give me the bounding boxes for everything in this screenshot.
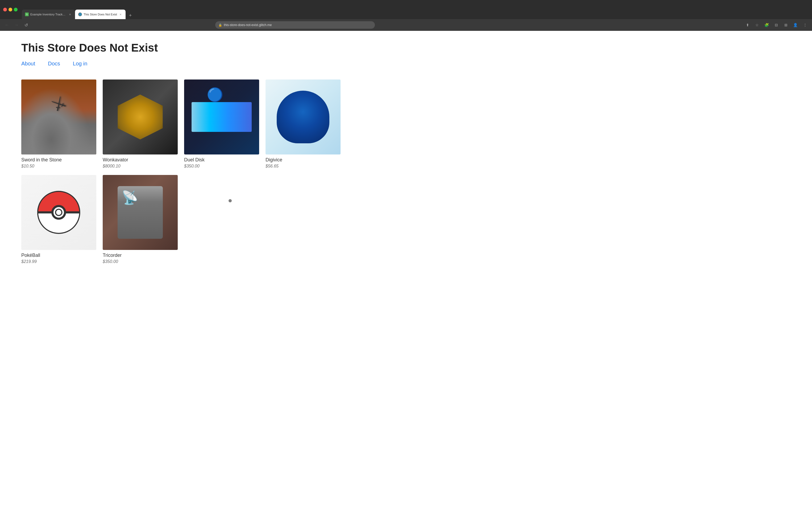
sidebar-button[interactable]: ⊟ (773, 21, 780, 29)
browser-actions: ⬆ ☆ 🧩 ⊟ ⊞ 👤 ⋮ (744, 21, 809, 29)
product-name-tricorder: Tricorder (103, 252, 178, 258)
minimize-button[interactable] (8, 8, 12, 11)
browser-chrome: G Example Inventory Tracker - G... ✕ 🌐 T… (0, 0, 812, 19)
product-card-pokeball[interactable]: PokéBall $219.99 (21, 175, 96, 264)
new-tab-button[interactable]: + (127, 12, 134, 19)
product-price-tricorder: $350.00 (103, 259, 178, 264)
split-view-button[interactable]: ⊞ (782, 21, 790, 29)
product-name-duel-disk: Duel Disk (184, 157, 259, 163)
tab-2-icon: 🌐 (78, 12, 82, 16)
product-card-digivice[interactable]: Digivice $56.65 (265, 80, 341, 169)
product-price-sword-in-the-stone: $10.50 (21, 164, 96, 169)
share-button[interactable]: ⬆ (744, 21, 751, 29)
page-title: This Store Does Not Exist (21, 41, 791, 54)
product-image-pokeball (21, 175, 96, 250)
svg-point-2 (56, 209, 62, 216)
tab-2[interactable]: 🌐 This Store Does Not Exist ✕ (75, 9, 125, 19)
back-button[interactable]: ← (3, 21, 11, 29)
nav-login[interactable]: Log in (73, 61, 88, 67)
product-image-sword-in-the-stone (21, 80, 96, 154)
url-text: this-store-does-not-exist.glitch.me (224, 23, 272, 27)
menu-button[interactable]: ⋮ (801, 21, 809, 29)
tab-1-icon: G (25, 12, 29, 16)
close-button[interactable] (3, 8, 7, 11)
tab-1[interactable]: G Example Inventory Tracker - G... ✕ (22, 9, 75, 19)
forward-button[interactable]: → (13, 21, 20, 29)
page-content: This Store Does Not Exist About Docs Log… (0, 31, 812, 519)
product-card-duel-disk[interactable]: Duel Disk $350.00 (184, 80, 259, 169)
product-name-wonkavator: Wonkavator (103, 157, 178, 163)
reload-button[interactable]: ↺ (22, 21, 30, 29)
pokeball-svg (32, 186, 85, 239)
nav-links: About Docs Log in (21, 61, 791, 67)
product-image-tricorder (103, 175, 178, 250)
profile-button[interactable]: 👤 (792, 21, 799, 29)
product-name-pokeball: PokéBall (21, 252, 96, 258)
tab-2-close[interactable]: ✕ (119, 12, 122, 16)
product-price-duel-disk: $350.00 (184, 164, 259, 169)
bookmark-button[interactable]: ☆ (753, 21, 761, 29)
product-name-digivice: Digivice (265, 157, 341, 163)
product-price-digivice: $56.65 (265, 164, 341, 169)
tab-1-title: Example Inventory Tracker - G... (30, 13, 66, 16)
product-card-wonkavator[interactable]: Wonkavator $8000.10 (103, 80, 178, 169)
url-bar[interactable]: 🔒 this-store-does-not-exist.glitch.me (215, 21, 375, 29)
tab-2-title: This Store Does Not Exist (84, 13, 117, 16)
product-image-digivice (265, 80, 341, 154)
maximize-button[interactable] (14, 8, 18, 11)
tab-1-close[interactable]: ✕ (68, 12, 72, 16)
product-image-wonkavator (103, 80, 178, 154)
product-card-tricorder[interactable]: Tricorder $350.00 (103, 175, 178, 264)
product-name-sword-in-the-stone: Sword in the Stone (21, 157, 96, 163)
traffic-lights (3, 8, 18, 11)
product-card-sword-in-the-stone[interactable]: Sword in the Stone $10.50 (21, 80, 96, 169)
product-grid: Sword in the Stone $10.50 Wonkavator $80… (21, 80, 341, 264)
tab-bar: G Example Inventory Tracker - G... ✕ 🌐 T… (22, 0, 809, 19)
product-price-pokeball: $219.99 (21, 259, 96, 264)
url-bar-row: ← → ↺ 🔒 this-store-does-not-exist.glitch… (0, 19, 812, 31)
lock-icon: 🔒 (219, 23, 222, 27)
nav-docs[interactable]: Docs (48, 61, 60, 67)
extensions-button[interactable]: 🧩 (763, 21, 771, 29)
nav-about[interactable]: About (21, 61, 35, 67)
product-image-duel-disk (184, 80, 259, 154)
product-price-wonkavator: $8000.10 (103, 164, 178, 169)
